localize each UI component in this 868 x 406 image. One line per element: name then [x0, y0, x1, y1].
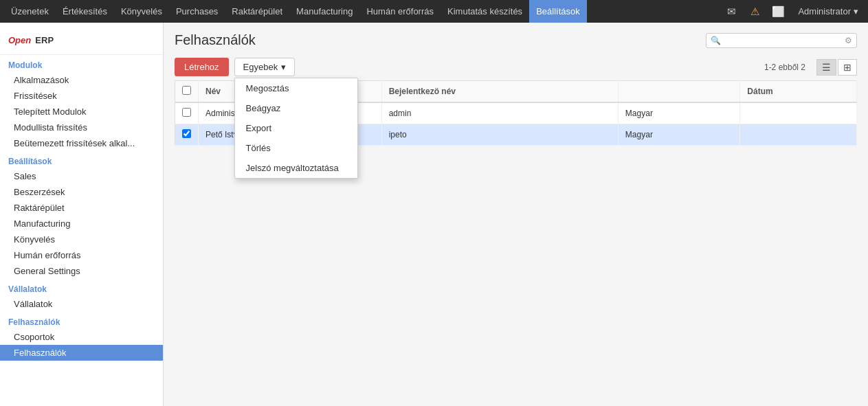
row-1-lang: Magyar	[618, 102, 739, 124]
alert-icon[interactable]: ⚠	[746, 3, 764, 21]
row-2-checkbox[interactable]	[182, 129, 191, 138]
row-2-checkbox-cell	[175, 124, 199, 146]
section-beallitasok: Beállítások	[0, 151, 163, 168]
sidebar-item-modullista[interactable]: Modullista frissítés	[0, 120, 163, 135]
sidebar-item-alkalmazasok[interactable]: Alkalmazások	[0, 72, 163, 88]
user-label: Administrator	[798, 6, 851, 16]
nav-kimutatas[interactable]: Kimutatás készítés	[441, 0, 529, 23]
row-1-login: admin	[381, 102, 618, 124]
row-1-checkbox[interactable]	[182, 108, 191, 117]
nav-raktarepulet[interactable]: Raktárépület	[225, 0, 289, 23]
content-area: Felhasználók 🔍 ⚙ Létrehoz Egyebek ▾ Mego…	[164, 23, 868, 406]
header-login: Bejelentkezö név	[381, 81, 618, 103]
header-lang	[618, 81, 739, 103]
other-button[interactable]: Egyebek ▾	[234, 58, 296, 76]
sidebar-item-telepitett[interactable]: Telepített Modulok	[0, 104, 163, 120]
other-dropdown-wrapper: Egyebek ▾ Megosztás Beágyaz Export Törlé…	[234, 58, 296, 76]
other-button-arrow: ▾	[281, 62, 286, 72]
list-view-button[interactable]: ☰	[816, 59, 836, 76]
nav-ertekesites[interactable]: Értékesítés	[56, 0, 114, 23]
row-1-checkbox-cell	[175, 102, 199, 124]
user-dropdown-icon: ▾	[854, 6, 858, 16]
logo: Open ERP	[0, 23, 163, 55]
other-dropdown-menu: Megosztás Beágyaz Export Törlés Jelszó m…	[234, 78, 358, 179]
nav-konyeveles[interactable]: Könyvelés	[114, 0, 169, 23]
section-vallalatok: Vállalatok	[0, 279, 163, 296]
logo-erp: ERP	[35, 35, 54, 45]
sidebar-item-manufacturing[interactable]: Manufacturing	[0, 216, 163, 232]
top-nav-icons: ✉ ⚠ ⬜	[722, 3, 787, 21]
create-button[interactable]: Létrehoz	[175, 58, 229, 76]
monitor-icon[interactable]: ⬜	[769, 3, 787, 21]
sidebar-item-vallalatok[interactable]: Vállalatok	[0, 296, 163, 312]
search-settings-icon[interactable]: ⚙	[845, 36, 852, 45]
main-layout: Open ERP Modulok Alkalmazások Frissítése…	[0, 23, 868, 406]
sidebar-item-konyeveles[interactable]: Könyvelés	[0, 232, 163, 247]
nav-purchases[interactable]: Purchases	[169, 0, 225, 23]
menu-item-torles[interactable]: Törlés	[235, 138, 357, 158]
search-icon: 🔍	[711, 36, 721, 45]
mail-icon[interactable]: ✉	[722, 3, 740, 21]
search-box: 🔍 ⚙	[706, 33, 857, 48]
user-menu[interactable]: Administrator ▾	[792, 0, 864, 23]
pagination-info: 1-2 ebből 2	[764, 63, 805, 72]
top-navigation: Üzenetek Értékesítés Könyvelés Purchases…	[0, 0, 868, 23]
sidebar-item-frissitesek[interactable]: Frissítések	[0, 88, 163, 104]
row-1-date	[740, 102, 857, 124]
header-date: Dátum	[740, 81, 857, 103]
nav-beallitasok[interactable]: Beállítások	[529, 0, 587, 23]
logo-open: Open	[8, 35, 31, 45]
sidebar: Open ERP Modulok Alkalmazások Frissítése…	[0, 23, 164, 406]
sidebar-item-csoportok[interactable]: Csoportok	[0, 329, 163, 345]
grid-view-button[interactable]: ⊞	[838, 59, 857, 76]
page-header: Felhasználók 🔍 ⚙	[164, 23, 868, 54]
section-felhasznalok: Felhasználók	[0, 312, 163, 329]
menu-item-megosztás[interactable]: Megosztás	[235, 78, 357, 98]
nav-human[interactable]: Humán erőforrás	[359, 0, 441, 23]
menu-item-beagyaz[interactable]: Beágyaz	[235, 98, 357, 118]
sidebar-item-raktarepulet[interactable]: Raktárépület	[0, 200, 163, 216]
row-2-login: ipeto	[381, 124, 618, 146]
row-2-date	[740, 124, 857, 146]
header-checkbox-col	[175, 81, 199, 103]
search-input[interactable]	[724, 36, 842, 45]
page-title: Felhasználók	[175, 32, 256, 48]
view-toggle: ☰ ⊞	[816, 59, 857, 76]
menu-item-jelszo[interactable]: Jelszó megváltoztatása	[235, 158, 357, 178]
nav-uzenetek[interactable]: Üzenetek	[4, 0, 56, 23]
sidebar-item-general[interactable]: General Settings	[0, 263, 163, 279]
sidebar-item-felhasznalok[interactable]: Felhasználók	[0, 345, 163, 361]
toolbar: Létrehoz Egyebek ▾ Megosztás Beágyaz Exp…	[164, 54, 868, 80]
sidebar-item-beutemezett[interactable]: Beütemezett frissítések alkal...	[0, 135, 163, 151]
sidebar-item-human[interactable]: Humán erőforrás	[0, 247, 163, 263]
sidebar-item-beszerzesek[interactable]: Beszerzések	[0, 184, 163, 200]
nav-manufacturing[interactable]: Manufacturing	[289, 0, 359, 23]
other-button-label: Egyebek	[243, 62, 278, 72]
row-2-lang: Magyar	[618, 124, 739, 146]
menu-item-export[interactable]: Export	[235, 118, 357, 138]
select-all-checkbox[interactable]	[182, 86, 191, 95]
sidebar-item-sales[interactable]: Sales	[0, 168, 163, 184]
section-modulok: Modulok	[0, 55, 163, 72]
